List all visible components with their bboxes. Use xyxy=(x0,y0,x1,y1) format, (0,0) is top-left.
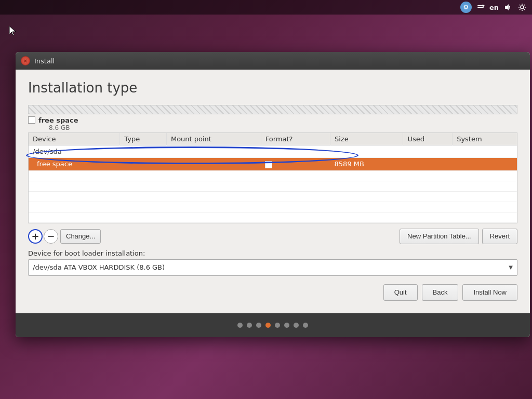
accessibility-icon[interactable]: ⚙ xyxy=(460,2,472,13)
partition-table: Device Type Mount point Format? Size Use… xyxy=(29,133,517,223)
partition-table-wrapper: Device Type Mount point Format? Size Use… xyxy=(28,132,517,223)
transfer-icon[interactable] xyxy=(475,2,486,13)
fs-mount-cell xyxy=(166,158,261,171)
page-title: Installation type xyxy=(28,80,517,96)
install-now-button[interactable]: Install Now xyxy=(462,284,517,301)
progress-dot-7[interactable] xyxy=(303,323,308,328)
fs-format-cell xyxy=(261,158,330,171)
window-title: Install xyxy=(34,57,55,65)
progress-dot-2[interactable] xyxy=(256,323,261,328)
remove-partition-button[interactable]: − xyxy=(44,229,58,244)
empty-row-5 xyxy=(29,212,517,222)
bootloader-dropdown-arrow: ▼ xyxy=(509,264,513,270)
col-size: Size xyxy=(330,133,403,145)
fs-used-cell xyxy=(403,158,453,171)
progress-dot-4[interactable] xyxy=(275,323,280,328)
col-mount-point: Mount point xyxy=(166,133,261,145)
table-row-free-space[interactable]: free space 8589 MB xyxy=(29,158,517,171)
bootloader-value: /dev/sda ATA VBOX HARDDISK (8.6 GB) xyxy=(33,263,165,271)
fs-device-cell: free space xyxy=(29,158,120,171)
system-cell xyxy=(453,145,517,158)
svg-marker-5 xyxy=(9,26,16,35)
bootloader-select[interactable]: /dev/sda ATA VBOX HARDDISK (8.6 GB) ▼ xyxy=(28,259,517,276)
svg-marker-2 xyxy=(483,4,485,7)
bootloader-section: Device for boot loader installation: /de… xyxy=(28,249,517,276)
cursor xyxy=(9,26,17,36)
volume-icon[interactable] xyxy=(502,2,513,13)
fs-system-cell xyxy=(453,158,517,171)
mount-cell xyxy=(166,145,261,158)
window-close-button[interactable]: ✕ xyxy=(21,56,30,65)
type-cell xyxy=(120,145,167,158)
bottom-controls: + − Change... New Partition Table... Rev… xyxy=(28,223,517,244)
action-buttons: Quit Back Install Now xyxy=(28,284,517,303)
progress-dot-0[interactable] xyxy=(237,323,243,328)
col-device: Device xyxy=(29,133,120,145)
empty-row-1 xyxy=(29,170,517,181)
progress-dot-1[interactable] xyxy=(247,323,252,328)
window-titlebar: ✕ Install xyxy=(16,52,530,70)
window-bottom-bar xyxy=(16,313,530,337)
table-row-device[interactable]: /dev/sda xyxy=(29,145,517,158)
taskbar: ⚙ en xyxy=(0,0,532,15)
install-window: ✕ Install Installation type free space 8… xyxy=(16,52,530,337)
table-header-row: Device Type Mount point Format? Size Use… xyxy=(29,133,517,145)
svg-marker-3 xyxy=(505,4,509,10)
partition-bar-inner xyxy=(29,105,517,114)
svg-point-4 xyxy=(521,6,524,9)
empty-row-2 xyxy=(29,181,517,191)
right-partition-buttons: New Partition Table... Revert xyxy=(400,229,517,244)
new-partition-table-button[interactable]: New Partition Table... xyxy=(400,229,479,244)
progress-dot-6[interactable] xyxy=(294,323,299,328)
fs-size-cell: 8589 MB xyxy=(330,158,403,171)
window-content: Installation type free space 8.6 GB xyxy=(16,70,530,313)
fs-checkbox[interactable] xyxy=(265,161,272,168)
back-button[interactable]: Back xyxy=(422,284,459,301)
change-partition-button[interactable]: Change... xyxy=(60,229,101,244)
settings-icon[interactable] xyxy=(516,2,528,13)
format-cell xyxy=(261,145,330,158)
empty-row-4 xyxy=(29,202,517,212)
col-format: Format? xyxy=(261,133,330,145)
col-type: Type xyxy=(120,133,167,145)
used-cell xyxy=(403,145,453,158)
fs-type-cell xyxy=(120,158,167,171)
device-cell: /dev/sda xyxy=(29,145,120,158)
free-space-size: 8.6 GB xyxy=(49,124,78,131)
partition-buttons: + − Change... New Partition Table... Rev… xyxy=(28,229,517,244)
free-space-checkbox[interactable] xyxy=(28,116,35,124)
col-used: Used xyxy=(403,133,453,145)
add-partition-button[interactable]: + xyxy=(28,229,43,244)
progress-dot-3[interactable] xyxy=(265,323,271,328)
empty-row-3 xyxy=(29,191,517,202)
revert-button[interactable]: Revert xyxy=(482,229,517,244)
free-space-label: free space xyxy=(38,116,78,124)
size-cell xyxy=(330,145,403,158)
quit-button[interactable]: Quit xyxy=(383,284,418,301)
bootloader-label: Device for boot loader installation: xyxy=(28,249,517,257)
partition-table-container: Device Type Mount point Format? Size Use… xyxy=(28,132,517,223)
free-space-header-row: free space 8.6 GB xyxy=(28,114,517,132)
col-system: System xyxy=(453,133,517,145)
partition-bar xyxy=(28,105,517,114)
progress-dot-5[interactable] xyxy=(284,323,289,328)
language-indicator[interactable]: en xyxy=(489,4,499,11)
